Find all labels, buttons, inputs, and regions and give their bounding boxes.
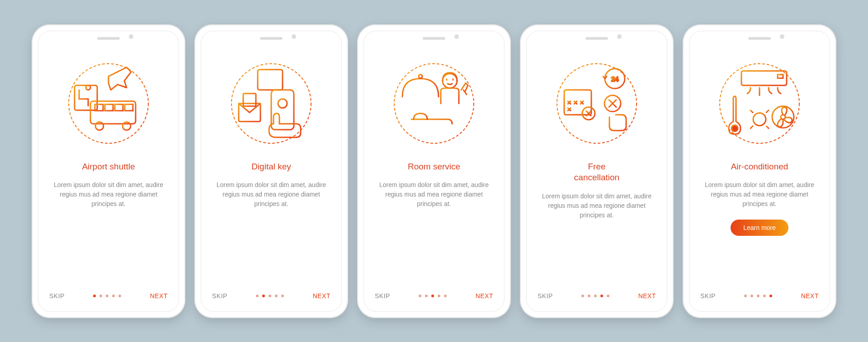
svg-text:24: 24 [611,75,619,83]
dot [769,295,772,297]
dot [275,295,278,297]
air-conditioned-icon [714,58,805,149]
svg-line-66 [766,126,769,128]
dot [256,295,259,297]
dot [757,295,760,297]
room-service-icon [389,58,479,149]
footer-nav: SKIP NEXT [375,292,493,300]
screen-description: Lorem ipsum dolor sit dim amet, audire r… [375,180,493,209]
next-button[interactable]: NEXT [476,292,493,300]
screen-title: Airport shuttle [82,161,135,173]
dot [594,295,597,297]
phone-frame: Digital key Lorem ipsum dolor sit dim am… [194,24,348,318]
screen-title: Air-conditioned [731,161,788,173]
dot [581,295,584,297]
skip-button[interactable]: SKIP [700,292,716,300]
svg-point-33 [419,75,422,78]
phone-frame: Airport shuttle Lorem ipsum dolor sit di… [32,24,185,318]
dot [750,295,753,297]
svg-rect-6 [105,104,113,111]
airport-shuttle-icon [63,58,154,149]
onboarding-screen-4: 24 [526,31,667,312]
svg-point-34 [443,74,457,88]
svg-point-27 [278,99,287,108]
svg-rect-8 [125,104,133,111]
onboarding-screen-2: Digital key Lorem ipsum dolor sit dim am… [201,31,342,312]
next-button[interactable]: NEXT [801,292,819,300]
footer-nav: SKIP NEXT [49,292,168,300]
dot [112,295,115,297]
dot [419,295,421,297]
svg-line-65 [750,126,753,128]
next-button[interactable]: NEXT [313,292,330,300]
free-cancellation-icon: 24 [552,58,642,149]
svg-point-31 [394,64,474,143]
screen-description: Lorem ipsum dolor sit dim amet, audire r… [538,192,656,220]
dot [269,295,271,297]
footer-nav: SKIP NEXT [700,292,819,300]
next-button[interactable]: NEXT [638,292,656,300]
onboarding-screen-5: Air-conditioned Lorem ipsum dolor sit di… [689,31,830,312]
page-indicator [744,295,772,297]
dot [600,295,603,297]
dot [93,295,96,297]
dot [106,295,108,297]
svg-point-58 [753,113,766,126]
page-indicator [581,295,609,297]
svg-line-63 [750,110,753,112]
next-button[interactable]: NEXT [150,292,168,300]
dot [262,295,265,297]
phone-frame: 24 [520,24,674,318]
dot [431,295,434,297]
svg-rect-7 [115,104,123,111]
digital-key-icon [226,58,316,149]
screen-description: Lorem ipsum dolor sit dim amet, audire r… [49,180,168,209]
dot [744,295,747,297]
footer-nav: SKIP NEXT [538,292,656,300]
dot [281,295,284,297]
footer-nav: SKIP NEXT [212,292,330,300]
screen-title: Digital key [251,161,291,173]
onboarding-screen-3: Room service Lorem ipsum dolor sit dim a… [363,31,505,312]
phone-frame: Air-conditioned Lorem ipsum dolor sit di… [683,24,836,318]
learn-more-button[interactable]: Learn more [731,220,788,236]
screen-description: Lorem ipsum dolor sit dim amet, audire r… [212,180,330,209]
dot [763,295,766,297]
dot [607,295,609,297]
skip-button[interactable]: SKIP [49,292,65,300]
dot [438,295,440,297]
svg-point-2 [86,85,90,90]
svg-rect-52 [778,75,783,78]
page-indicator [256,295,284,297]
page-indicator [93,295,121,297]
dot [118,295,121,297]
skip-button[interactable]: SKIP [212,292,227,300]
skip-button[interactable]: SKIP [375,292,390,300]
page-indicator [419,295,447,297]
phone-frame: Room service Lorem ipsum dolor sit dim a… [357,24,511,318]
dot [99,295,102,297]
onboarding-screen-1: Airport shuttle Lorem ipsum dolor sit di… [38,31,179,312]
svg-rect-23 [243,94,256,106]
dot [425,295,428,297]
svg-line-64 [766,110,769,112]
phones-row: Airport shuttle Lorem ipsum dolor sit di… [32,24,836,318]
dot [444,295,447,297]
skip-button[interactable]: SKIP [538,292,553,300]
screen-title: Freecancellation [574,161,619,183]
dot [588,295,590,297]
screen-title: Room service [408,161,460,173]
screen-description: Lorem ipsum dolor sit dim amet, audire r… [700,180,819,209]
